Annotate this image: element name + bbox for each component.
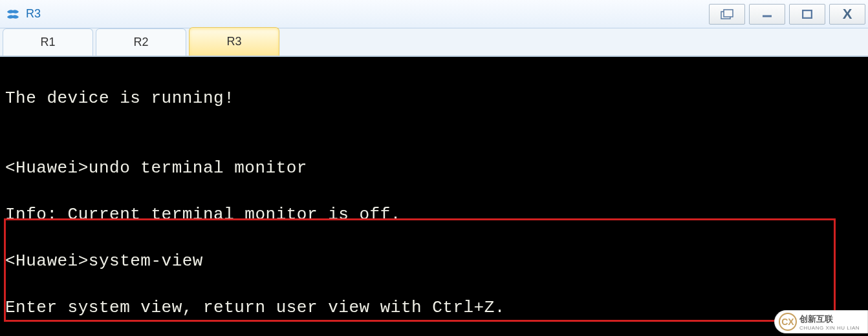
app-title: R3 <box>26 7 41 21</box>
tab-label: R1 <box>40 36 55 49</box>
svg-rect-1 <box>724 10 733 17</box>
tab-label: R2 <box>133 36 148 49</box>
svg-rect-3 <box>803 10 812 18</box>
tabbar: R1 R2 R3 <box>0 28 868 57</box>
maximize-button[interactable] <box>789 4 825 25</box>
titlebar: R3 X <box>0 0 868 28</box>
tab-r2[interactable]: R2 <box>96 28 186 56</box>
terminal-output[interactable]: The device is running! <Huawei>undo term… <box>0 57 868 336</box>
minimize-button[interactable] <box>749 4 785 25</box>
tab-r3[interactable]: R3 <box>189 27 279 56</box>
window-controls: X <box>705 4 865 25</box>
watermark-subtext: CHUANG XIN HU LIAN <box>799 325 860 331</box>
app-icon <box>5 6 21 22</box>
term-line: <Huawei>undo terminal monitor <box>5 156 863 180</box>
watermark: CX 创新互联 CHUANG XIN HU LIAN <box>774 310 868 333</box>
close-button[interactable]: X <box>829 4 865 25</box>
term-line: The device is running! <box>5 87 863 110</box>
watermark-text: 创新互联 <box>799 313 860 325</box>
close-icon: X <box>843 6 852 23</box>
watermark-icon: CX <box>779 313 797 331</box>
layer-button[interactable] <box>709 4 745 25</box>
term-line: Info: Current terminal monitor is off. <box>5 203 863 226</box>
tab-r1[interactable]: R1 <box>3 28 93 56</box>
tab-label: R3 <box>226 35 241 48</box>
term-line: Enter system view, return user view with… <box>5 296 863 319</box>
term-line: <Huawei>system-view <box>5 249 863 273</box>
